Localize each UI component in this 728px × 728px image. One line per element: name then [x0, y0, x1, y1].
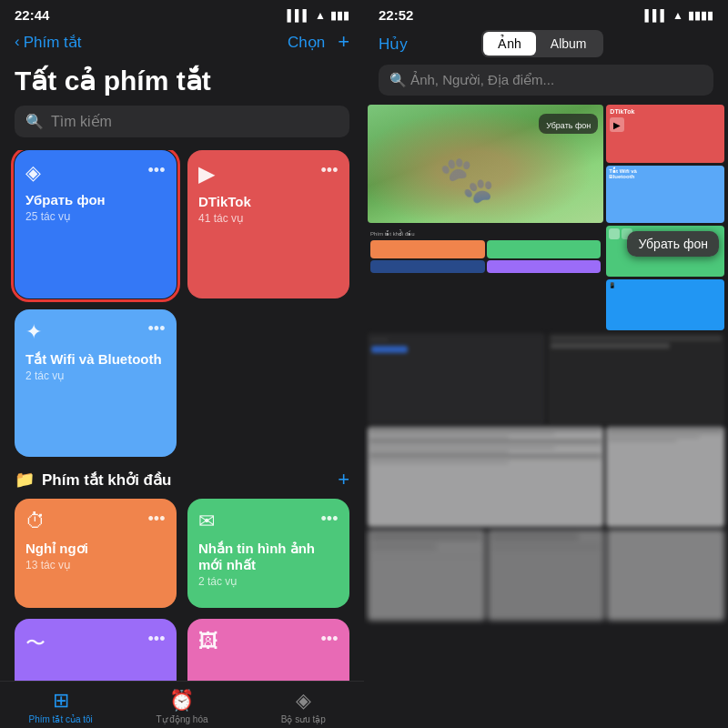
- tab-icon-my-shortcuts: ⊞: [53, 689, 69, 713]
- right-search-placeholder: 🔍 Ảnh, Người, Địa điểm...: [389, 72, 554, 88]
- web-screenshot-2[interactable]: [606, 427, 724, 527]
- search-icon: 🔍: [25, 113, 44, 130]
- tooltip-text: Убрать фон: [638, 237, 708, 251]
- signal-icon: ▌▌▌: [288, 9, 311, 22]
- shortcut-card-purple[interactable]: ••• 〜: [15, 619, 177, 681]
- right-time: 22:52: [379, 7, 413, 23]
- cancel-button[interactable]: Hủy: [379, 35, 408, 54]
- left-nav-bar: ‹ Phím tắt Chọn +: [0, 26, 364, 61]
- right-wifi-icon: ▲: [672, 9, 683, 22]
- shortcut-card-pink[interactable]: ••• 🖼: [187, 619, 349, 681]
- web-line-4: [369, 440, 602, 442]
- tab-gallery[interactable]: ◈ Bộ sưu tập: [243, 689, 364, 724]
- blue-thumb-2[interactable]: 📱: [606, 279, 724, 330]
- tab-my-shortcuts[interactable]: ⊞ Phím tắt của tôi: [0, 689, 121, 724]
- mini-orange-card: [370, 240, 485, 258]
- web-line-5: [369, 443, 602, 446]
- web-line-1: [369, 429, 602, 431]
- photo-row-1: 🐾 Убрать фон DTikTok ▶: [368, 105, 724, 223]
- photo-album-tabs: Ảnh Album: [481, 30, 602, 57]
- card-icon-pink: 🖼: [198, 630, 339, 653]
- blurred-5-1[interactable]: [368, 530, 485, 621]
- card-icon-dtiktok: ▶: [198, 161, 339, 187]
- chevron-left-icon: ‹: [15, 33, 20, 51]
- mini-green-card: [487, 240, 602, 258]
- web-line-6: [369, 447, 555, 450]
- mini-title: Phím tắt khởi đầu: [370, 228, 601, 238]
- shortcut-card-nghi-ngoi[interactable]: ••• ⏱ Nghỉ ngơi 13 tác vụ: [15, 499, 177, 608]
- card-icon-nghi-ngoi: ⏱: [25, 510, 166, 533]
- mini-card-row-2: [370, 260, 601, 273]
- web-line-3: [369, 436, 509, 439]
- dtiktok-thumb-cell[interactable]: DTikTok ▶: [606, 105, 724, 163]
- web-screenshot-1[interactable]: [368, 427, 603, 527]
- small-thumbs-col: DTikTok ▶ Tắt Wifi vàBluetooth: [606, 105, 724, 223]
- web-line-8: [369, 454, 602, 457]
- web2-line-3: [608, 436, 700, 439]
- blurred-5-2[interactable]: [488, 530, 605, 621]
- section-title: Phím tắt khởi đầu: [42, 470, 171, 490]
- search-placeholder: Tìm kiếm: [51, 113, 112, 130]
- photo-row-3: ———: [368, 333, 724, 424]
- shortcut-card-ubrat-fon[interactable]: ••• ◈ Убрать фон 25 tác vụ: [15, 150, 177, 298]
- blurred-cell-1[interactable]: ———: [368, 333, 545, 424]
- tab-icon-automation: ⏰: [169, 689, 194, 713]
- wifi-icon: ▲: [315, 9, 326, 22]
- card-icon-tat-wifi: ✦: [25, 320, 166, 344]
- back-label: Phím tắt: [24, 33, 82, 52]
- photo-row-4: [368, 427, 724, 527]
- tab-label-automation: Tự động hóa: [156, 714, 207, 724]
- right-status-icons: ▌▌▌ ▲ ▮▮▮▮: [645, 9, 713, 22]
- shortcut-card-tat-wifi[interactable]: ••• ✦ Tắt Wifi và Bluetooth 2 tác vụ: [15, 309, 177, 458]
- blurred-cell-2[interactable]: [548, 333, 725, 424]
- mini-card-row-1: [370, 240, 601, 258]
- tab-album[interactable]: Album: [536, 32, 602, 56]
- card-title-tat-wifi: Tắt Wifi và Bluetooth: [25, 351, 166, 368]
- choose-button[interactable]: Chọn: [288, 33, 325, 52]
- back-button[interactable]: ‹ Phím tắt: [15, 33, 82, 52]
- shortcut-card-dtiktok[interactable]: ••• ▶ DTikTok 41 tác vụ: [187, 150, 349, 298]
- web2-line-4: [608, 440, 676, 442]
- card-icon-purple: 〜: [25, 630, 166, 657]
- web2-line-2: [608, 432, 723, 435]
- right-panel: 22:52 ▌▌▌ ▲ ▮▮▮▮ Hủy Ảnh Album 🔍 Ảnh, Ng…: [364, 0, 728, 728]
- left-panel: 22:44 ▌▌▌ ▲ ▮▮▮ ‹ Phím tắt Chọn + Tất cả…: [0, 0, 364, 728]
- search-bar[interactable]: 🔍 Tìm kiếm: [15, 106, 349, 137]
- card-subtitle-ubrat-fon: 25 tác vụ: [25, 210, 166, 223]
- web-line-2: [369, 432, 555, 435]
- web-thumb-1: [368, 427, 603, 527]
- photo-row-2: Phím tắt khởi đầu Убрать фон: [368, 226, 724, 330]
- ubrat-fon-label-overlay: Убрать фон: [546, 121, 591, 130]
- page-title: Tất cả phím tắt: [0, 61, 364, 106]
- left-time: 22:44: [15, 7, 49, 23]
- card-title-dtiktok: DTikTok: [198, 194, 339, 210]
- left-status-bar: 22:44 ▌▌▌ ▲ ▮▮▮: [0, 0, 364, 26]
- tab-label-my-shortcuts: Phím tắt của tôi: [28, 714, 92, 724]
- tab-automation[interactable]: ⏰ Tự động hóa: [121, 689, 242, 724]
- web-line-9: [369, 458, 602, 460]
- blurred-5-3[interactable]: [607, 530, 724, 621]
- tab-label-gallery: Bộ sưu tập: [281, 714, 326, 724]
- card-title-nhan-tin: Nhắn tin hình ảnh mới nhất: [198, 541, 339, 573]
- tab-anh[interactable]: Ảnh: [483, 32, 536, 56]
- folder-icon: 📁: [15, 470, 35, 490]
- section-header-starter: 📁 Phím tắt khởi đầu +: [0, 457, 364, 499]
- card-subtitle-dtiktok: 41 tác vụ: [198, 212, 339, 225]
- mini-shortcuts-view: Phím tắt khởi đầu: [368, 226, 603, 330]
- card-subtitle-nhan-tin: 2 tác vụ: [198, 575, 339, 588]
- card-icon-nhan-tin: ✉: [198, 510, 339, 533]
- right-nav: Hủy Ảnh Album: [364, 26, 728, 65]
- tat-wifi-thumb-cell[interactable]: Tắt Wifi vàBluetooth: [606, 166, 724, 224]
- card-title-nghi-ngoi: Nghỉ ngơi: [25, 541, 166, 557]
- card-title-ubrat-fon: Убрать фон: [25, 192, 166, 208]
- right-search-bar[interactable]: 🔍 Ảnh, Người, Địa điểm...: [379, 65, 713, 96]
- card-subtitle-nghi-ngoi: 13 tác vụ: [25, 559, 166, 571]
- right-battery-icon: ▮▮▮▮: [688, 9, 713, 22]
- add-shortcut-button[interactable]: +: [338, 30, 349, 54]
- right-status-bar: 22:52 ▌▌▌ ▲ ▮▮▮▮: [364, 0, 728, 26]
- left-status-icons: ▌▌▌ ▲ ▮▮▮: [288, 9, 349, 22]
- add-starter-button[interactable]: +: [338, 468, 349, 491]
- shortcuts-screenshot-cell[interactable]: Phím tắt khởi đầu: [368, 226, 603, 330]
- quokka-photo-cell[interactable]: 🐾 Убрать фон: [368, 105, 603, 223]
- shortcut-card-nhan-tin[interactable]: ••• ✉ Nhắn tin hình ảnh mới nhất 2 tác v…: [187, 499, 349, 608]
